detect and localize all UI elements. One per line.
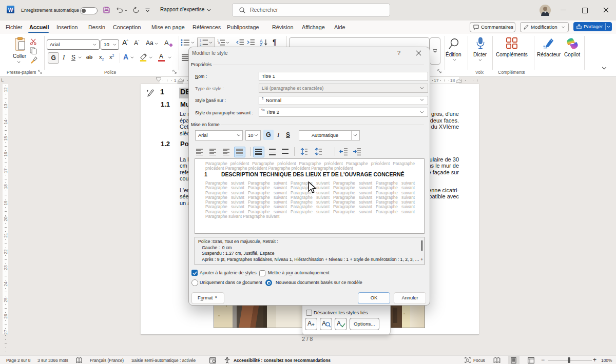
- svg-text:a: a: [218, 41, 220, 44]
- svg-text:2: 2: [200, 43, 201, 46]
- svg-text:Z: Z: [260, 42, 262, 46]
- svg-text:1: 1: [200, 39, 201, 42]
- svg-text:W: W: [8, 7, 13, 13]
